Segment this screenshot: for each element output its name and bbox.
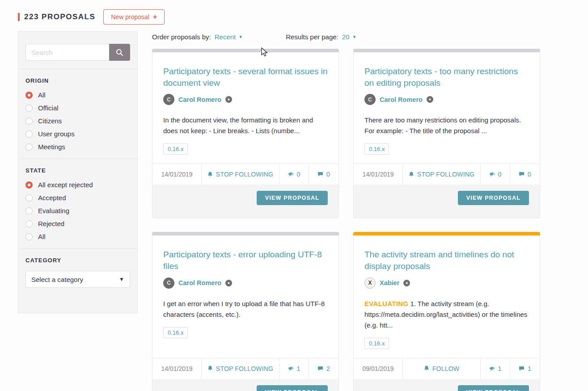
proposal-excerpt: In the document view, the formatting is …: [163, 115, 328, 136]
author-name[interactable]: Carol Romero: [380, 96, 423, 103]
view-proposal-button[interactable]: VIEW PROPOSAL: [458, 385, 529, 391]
bell-icon: [409, 172, 414, 177]
avatar[interactable]: C: [163, 94, 174, 105]
author-name[interactable]: Carol Romero: [178, 279, 221, 286]
verified-badge-icon: ★: [403, 280, 410, 286]
author-row: C Carol Romero ★: [364, 94, 529, 105]
comment-icon: [317, 172, 323, 177]
proposal-title[interactable]: Participatory texts - error uploading UT…: [163, 249, 328, 272]
verified-badge-icon: ★: [427, 96, 433, 103]
search-button[interactable]: [109, 44, 130, 61]
divider: [18, 248, 137, 249]
origin-filter-group: ORIGIN All Official Citizens User groups…: [25, 77, 130, 151]
category-heading: CATEGORY: [25, 257, 130, 264]
card-accent-bar: [353, 232, 540, 235]
state-option-all[interactable]: All: [25, 233, 130, 240]
author-name[interactable]: Xabier: [380, 279, 399, 286]
proposal-date: 09/01/2019: [354, 358, 403, 379]
proposal-excerpt: There are too many restrictions on editi…: [364, 115, 529, 136]
search-input[interactable]: [25, 44, 109, 61]
divider: [18, 69, 137, 69]
radio-icon: [25, 143, 33, 151]
plus-icon: +: [153, 13, 157, 21]
proposal-title[interactable]: The activity stream and timelines do not…: [364, 249, 529, 272]
state-option-accepted[interactable]: Accepted: [25, 194, 130, 202]
radio-icon: [25, 207, 33, 214]
proposal-card: Participatory texts - too many restricti…: [353, 49, 540, 218]
per-page-dropdown[interactable]: 20 ▼: [342, 33, 357, 41]
state-option-all-except-rejected[interactable]: All except rejected: [25, 181, 130, 189]
proposal-date: 14/01/2019: [354, 164, 403, 185]
card-actions: VIEW PROPOSAL: [354, 185, 540, 218]
view-proposal-button[interactable]: VIEW PROPOSAL: [257, 191, 328, 205]
endorsements-count[interactable]: 0: [481, 164, 510, 185]
follow-button[interactable]: STOP FOLLOWING: [202, 358, 279, 379]
comments-count[interactable]: 0: [510, 164, 540, 185]
status-badge: EVALUATING: [364, 300, 408, 307]
origin-option-official[interactable]: Official: [25, 104, 130, 112]
card-actions: VIEW PROPOSAL: [354, 379, 540, 391]
card-footer: 09/01/2019 FOLLOW 1 1: [354, 358, 540, 379]
order-by-label: Order proposals by:: [152, 33, 211, 41]
state-option-evaluating[interactable]: Evaluating: [25, 207, 130, 214]
radio-icon: [25, 130, 33, 138]
proposal-title[interactable]: Participatory texts - several format iss…: [163, 66, 328, 88]
results-toolbar: Order proposals by: Recent ▼ Results per…: [152, 31, 540, 41]
origin-option-meetings[interactable]: Meetings: [25, 143, 130, 151]
state-heading: STATE: [25, 167, 130, 174]
proposal-card: The activity stream and timelines do not…: [353, 232, 540, 391]
chevron-down-icon: ▼: [238, 34, 243, 39]
comments-count[interactable]: 1: [510, 358, 540, 379]
endorsements-count[interactable]: 0: [279, 164, 309, 185]
proposal-title[interactable]: Participatory texts - too many restricti…: [364, 66, 529, 88]
proposals-grid: Participatory texts - several format iss…: [152, 49, 540, 391]
category-filter-group: CATEGORY Select a category ▼: [25, 257, 130, 288]
card-actions: VIEW PROPOSAL: [152, 379, 338, 391]
origin-option-citizens[interactable]: Citizens: [25, 117, 130, 125]
author-name[interactable]: Carol Romero: [178, 96, 221, 103]
endorsements-count[interactable]: 1: [279, 358, 309, 379]
endorsements-count[interactable]: 1: [481, 358, 510, 379]
origin-heading: ORIGIN: [25, 77, 130, 84]
comments-count[interactable]: 0: [309, 164, 338, 185]
state-filter-group: STATE All except rejected Accepted Evalu…: [25, 167, 130, 240]
chevron-down-icon: ▼: [352, 34, 356, 39]
proposals-main: Order proposals by: Recent ▼ Results per…: [152, 31, 540, 391]
order-by-dropdown[interactable]: Recent ▼: [215, 33, 243, 41]
avatar[interactable]: X: [364, 277, 376, 289]
origin-option-user-groups[interactable]: User groups: [25, 130, 130, 138]
view-proposal-button[interactable]: VIEW PROPOSAL: [257, 385, 328, 391]
comment-icon: [317, 366, 323, 371]
follow-button[interactable]: FOLLOW: [403, 358, 481, 379]
search-icon: [116, 49, 123, 56]
follow-button[interactable]: STOP FOLLOWING: [403, 164, 481, 185]
category-select[interactable]: Select a category ▼: [25, 271, 130, 288]
follow-button[interactable]: STOP FOLLOWING: [202, 164, 279, 185]
version-tag[interactable]: 0.16.x: [163, 143, 188, 155]
version-tag[interactable]: 0.16.x: [163, 327, 188, 338]
card-footer: 14/01/2019 STOP FOLLOWING 0 0: [152, 164, 338, 185]
radio-checked-icon: [25, 181, 33, 189]
avatar[interactable]: C: [163, 277, 174, 289]
author-row: C Carol Romero ★: [163, 94, 328, 105]
chevron-down-icon: ▼: [119, 276, 124, 282]
proposal-date: 14/01/2019: [152, 164, 202, 185]
title-accent-bar: [18, 13, 20, 21]
page-header: 223 PROPOSALS New proposal +: [0, 0, 588, 26]
comments-count[interactable]: 2: [309, 358, 338, 379]
state-option-rejected[interactable]: Rejected: [25, 220, 130, 227]
megaphone-icon: [489, 172, 495, 177]
proposal-excerpt: EVALUATING 1. The activity stream (e.g. …: [364, 299, 529, 331]
new-proposal-button[interactable]: New proposal +: [103, 9, 165, 25]
avatar[interactable]: C: [364, 94, 376, 105]
version-tag[interactable]: 0.16.x: [364, 338, 389, 349]
bell-icon: [207, 366, 213, 371]
author-row: X Xabier ★: [364, 277, 529, 289]
bell-icon: [207, 172, 213, 177]
version-tag[interactable]: 0.16.x: [364, 143, 389, 155]
new-proposal-label: New proposal: [111, 13, 149, 21]
radio-icon: [25, 194, 33, 202]
view-proposal-button[interactable]: VIEW PROPOSAL: [458, 191, 529, 205]
megaphone-icon: [288, 366, 294, 371]
origin-option-all[interactable]: All: [25, 91, 130, 99]
